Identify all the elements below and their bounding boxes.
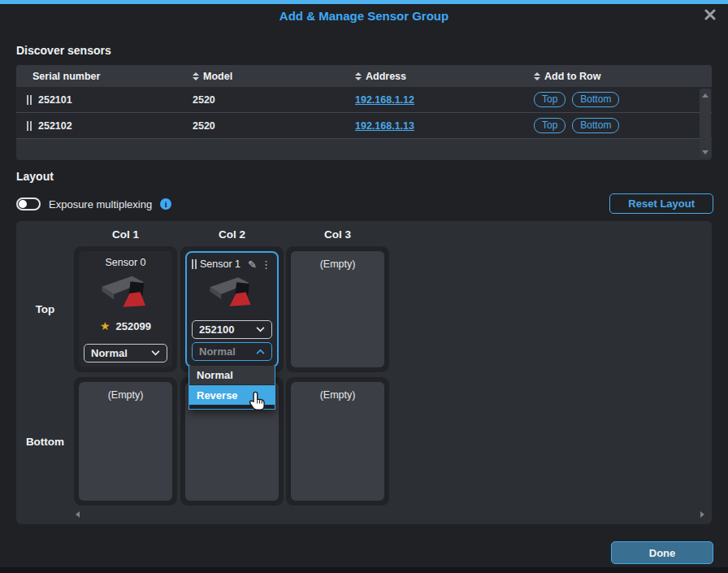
dialog-title: Add & Manage Sensor Group xyxy=(0,9,728,23)
sensor-3d-icon xyxy=(84,271,167,317)
table-row: 252101 2520 192.168.1.12 Top Bottom xyxy=(16,87,712,113)
model-cell: 2520 xyxy=(193,94,355,106)
add-bottom-button[interactable]: Bottom xyxy=(572,118,619,133)
window-edge-strip xyxy=(0,0,728,4)
layout-heading: Layout xyxy=(16,170,54,183)
empty-cell-card: (Empty) xyxy=(291,251,384,367)
slot-top-col3[interactable]: (Empty) xyxy=(286,246,389,372)
col-header-add-to-row-label: Add to Row xyxy=(544,71,600,82)
exposure-multiplexing-label: Exposure multiplexing xyxy=(49,198,152,211)
column-header-col2: Col 2 xyxy=(180,228,284,241)
drag-handle-icon[interactable] xyxy=(192,259,197,269)
reset-layout-button[interactable]: Reset Layout xyxy=(609,193,713,214)
slot-top-col1: Sensor 0 ★ 252099 Normal xyxy=(74,246,177,372)
serial-select[interactable]: 252100 xyxy=(192,320,272,339)
model-cell: 2520 xyxy=(193,120,355,132)
window-bottom-edge xyxy=(0,567,728,573)
scroll-right-icon[interactable] xyxy=(700,511,704,518)
col-header-address-label: Address xyxy=(366,71,406,82)
done-button[interactable]: Done xyxy=(611,541,713,564)
kebab-menu-icon[interactable]: ⋮ xyxy=(260,259,272,270)
table-row: 252102 2520 192.168.1.13 Top Bottom xyxy=(16,113,712,139)
chevron-down-icon xyxy=(256,327,265,332)
sort-icon xyxy=(534,72,540,80)
scroll-left-icon[interactable] xyxy=(76,511,80,518)
add-to-row-cell: Top Bottom xyxy=(534,118,684,133)
slot-bottom-col3[interactable]: (Empty) xyxy=(286,377,389,506)
table-vertical-scrollbar[interactable] xyxy=(700,89,711,158)
orientation-value: Normal xyxy=(91,347,128,359)
scroll-up-icon[interactable] xyxy=(702,93,708,98)
sensor-serial: 252099 xyxy=(116,320,151,332)
col-header-address[interactable]: Address xyxy=(355,71,534,82)
row-label-bottom: Bottom xyxy=(16,377,74,506)
chevron-down-icon xyxy=(151,350,160,356)
add-bottom-button[interactable]: Bottom xyxy=(572,92,619,107)
col-header-serial[interactable]: Serial number xyxy=(16,71,193,82)
empty-cell-card: (Empty) xyxy=(79,382,172,501)
col-header-add-to-row[interactable]: Add to Row xyxy=(534,71,684,82)
orientation-placeholder: Normal xyxy=(199,345,236,358)
layout-grid-panel: Col 1 Col 2 Col 3 Top Bottom Sensor 0 xyxy=(16,221,712,524)
sensor-card-sensor0[interactable]: Sensor 0 ★ 252099 Normal xyxy=(79,251,172,367)
menu-option-normal[interactable]: Normal xyxy=(189,366,275,385)
sensor-3d-icon xyxy=(192,273,272,315)
orientation-select-open[interactable]: Normal xyxy=(192,342,272,361)
sensor-card-sensor1[interactable]: Sensor 1 ✎ ⋮ 252100 xyxy=(185,251,279,367)
address-link[interactable]: 192.168.1.13 xyxy=(355,120,414,132)
serial-value: 252101 xyxy=(38,94,72,106)
add-top-button[interactable]: Top xyxy=(534,118,566,133)
empty-label: (Empty) xyxy=(320,389,356,401)
discover-sensors-heading: Discover sensors xyxy=(16,44,111,57)
orientation-select[interactable]: Normal xyxy=(84,344,167,362)
col-header-serial-label: Serial number xyxy=(32,71,100,82)
empty-cell-card: (Empty) xyxy=(291,382,384,501)
slot-bottom-col1[interactable]: (Empty) xyxy=(74,377,177,506)
column-header-col3: Col 3 xyxy=(286,228,389,241)
serial-value: 252102 xyxy=(38,120,72,132)
sensor-card-title: Sensor 1 xyxy=(200,258,240,270)
sort-icon xyxy=(193,72,199,80)
column-header-col1: Col 1 xyxy=(74,228,177,241)
serial-select-value: 252100 xyxy=(199,323,234,336)
close-icon[interactable] xyxy=(702,7,718,23)
info-icon[interactable]: i xyxy=(160,198,171,210)
serial-cell: 252102 xyxy=(16,120,193,132)
serial-cell: 252101 xyxy=(16,94,193,106)
add-to-row-cell: Top Bottom xyxy=(534,92,684,107)
panel-horizontal-scrollbar[interactable] xyxy=(16,510,712,519)
empty-label: (Empty) xyxy=(108,389,144,401)
drag-handle-icon[interactable] xyxy=(27,121,32,131)
exposure-multiplexing-toggle[interactable] xyxy=(16,198,41,211)
table-header-row: Serial number Model Address Add to Row xyxy=(16,65,712,87)
discover-sensors-table: Serial number Model Address Add to Row 2… xyxy=(16,65,712,160)
slot-top-col2: Sensor 1 ✎ ⋮ 252100 xyxy=(180,246,284,372)
add-top-button[interactable]: Top xyxy=(534,92,566,107)
edit-pencil-icon[interactable]: ✎ xyxy=(248,259,257,270)
menu-option-reverse[interactable]: Reverse xyxy=(189,385,275,405)
empty-label: (Empty) xyxy=(320,258,356,270)
sensor-card-title: Sensor 0 xyxy=(105,257,145,268)
chevron-up-icon xyxy=(256,349,265,354)
orientation-dropdown-menu: Normal Reverse xyxy=(188,366,275,410)
toggle-knob xyxy=(19,200,27,208)
row-label-top: Top xyxy=(16,246,74,372)
drag-handle-icon[interactable] xyxy=(27,95,32,105)
exposure-multiplexing-row: Exposure multiplexing i xyxy=(16,198,171,211)
col-header-model-label: Model xyxy=(203,71,232,82)
add-manage-sensor-group-dialog: Add & Manage Sensor Group Discover senso… xyxy=(0,0,728,573)
address-link[interactable]: 192.168.1.12 xyxy=(355,94,414,106)
favorite-star-icon: ★ xyxy=(100,320,110,332)
col-header-model[interactable]: Model xyxy=(193,71,355,82)
menu-scroll-track xyxy=(189,405,275,409)
scroll-down-icon[interactable] xyxy=(702,150,708,154)
sort-icon xyxy=(355,72,362,80)
